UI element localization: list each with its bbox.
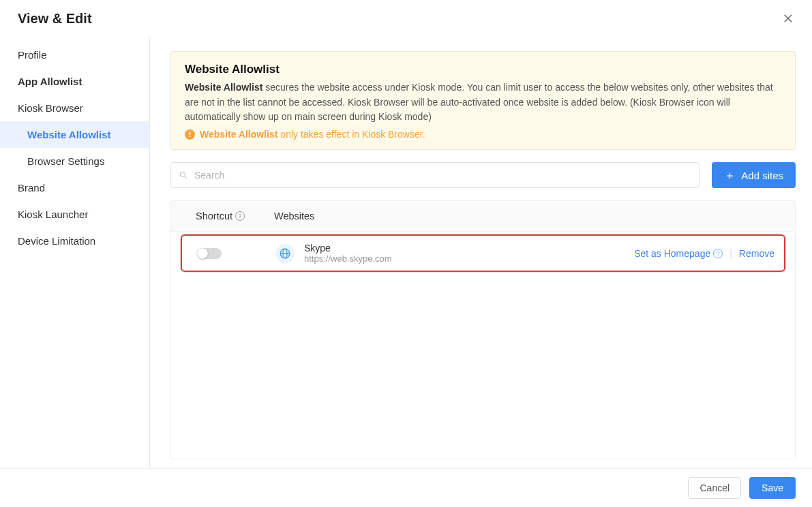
divider: |: [730, 248, 732, 259]
info-warning: ! Website Allowlist only takes effect in…: [185, 129, 781, 140]
row-actions: Set as Homepage ? | Remove: [634, 248, 775, 259]
add-sites-button[interactable]: ＋ Add sites: [712, 162, 796, 188]
warning-icon: !: [185, 129, 195, 140]
globe-icon: [275, 244, 295, 263]
search-wrap: [170, 162, 700, 188]
search-icon: [179, 170, 188, 180]
site-name: Skype: [304, 243, 392, 253]
table-row: Skype https://web.skype.com Set as Homep…: [181, 234, 785, 272]
shortcut-toggle[interactable]: [197, 248, 222, 259]
set-homepage-label: Set as Homepage: [634, 248, 710, 259]
plus-icon: ＋: [724, 168, 736, 183]
sidebar-subitem-browser-settings[interactable]: Browser Settings: [0, 148, 149, 174]
set-homepage-link[interactable]: Set as Homepage ?: [634, 248, 723, 259]
header: View & Edit: [0, 0, 812, 37]
svg-point-2: [180, 172, 185, 176]
search-input[interactable]: [170, 162, 700, 188]
info-body: Website Allowlist secures the website ac…: [185, 80, 781, 125]
sidebar-subitem-website-allowlist[interactable]: Website Allowlist: [0, 121, 149, 148]
site-url: https://web.skype.com: [304, 253, 392, 264]
info-warn-text: only takes effect in Kiosk Browser.: [280, 129, 425, 140]
info-warn-bold: Website Allowlist: [200, 129, 277, 140]
sidebar-item-kiosk-browser[interactable]: Kiosk Browser: [0, 95, 149, 121]
close-icon[interactable]: [782, 12, 796, 26]
info-panel: Website Allowlist Website Allowlist secu…: [170, 51, 796, 150]
cancel-button[interactable]: Cancel: [688, 477, 741, 499]
table-header: Shortcut ? Websites: [171, 201, 795, 232]
help-icon[interactable]: ?: [235, 211, 245, 221]
remove-link[interactable]: Remove: [739, 248, 775, 259]
main-content: Website Allowlist Website Allowlist secu…: [150, 37, 812, 468]
th-shortcut: Shortcut ?: [196, 211, 274, 221]
svg-line-3: [185, 176, 187, 179]
sidebar-item-profile[interactable]: Profile: [0, 42, 149, 68]
shortcut-toggle-cell: [197, 248, 275, 259]
sidebar: Profile App Allowlist Kiosk Browser Webs…: [0, 37, 150, 468]
th-websites: Websites: [274, 211, 781, 221]
allowlist-table: Shortcut ? Websites Skype: [170, 200, 796, 459]
info-title: Website Allowlist: [185, 63, 781, 76]
sidebar-item-kiosk-launcher[interactable]: Kiosk Launcher: [0, 201, 149, 228]
add-sites-label: Add sites: [741, 170, 783, 181]
page-title: View & Edit: [18, 11, 92, 27]
sidebar-item-device-limitation[interactable]: Device Limitation: [0, 228, 149, 254]
sidebar-item-app-allowlist[interactable]: App Allowlist: [0, 68, 149, 95]
info-bold-lead: Website Allowlist: [185, 82, 262, 93]
site-cell: Skype https://web.skype.com: [275, 243, 634, 264]
info-body-text: secures the website access under Kiosk m…: [185, 82, 773, 122]
th-shortcut-label: Shortcut: [196, 211, 232, 221]
sidebar-item-brand[interactable]: Brand: [0, 174, 149, 201]
save-button[interactable]: Save: [749, 477, 796, 499]
help-icon[interactable]: ?: [713, 249, 723, 258]
footer: Cancel Save: [0, 468, 812, 507]
